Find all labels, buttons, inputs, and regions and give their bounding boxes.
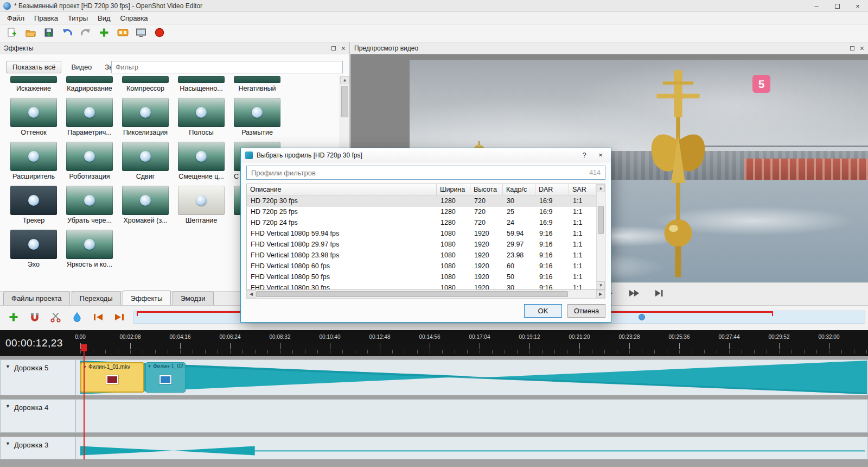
open-project-button[interactable] bbox=[23, 26, 38, 40]
effect-item[interactable]: Компрессор bbox=[122, 76, 169, 92]
track-header[interactable]: ▼Дорожка 5 bbox=[0, 359, 76, 395]
column-header[interactable]: Кадр/с bbox=[503, 184, 535, 195]
effect-item[interactable]: Полосы bbox=[178, 98, 225, 136]
playhead-handle[interactable] bbox=[81, 344, 87, 351]
clip[interactable]: ▼Филин-1_01.mkv bbox=[80, 362, 144, 393]
profile-row[interactable]: FHD Vertical 1080p 29.97 fps1080192029.9… bbox=[247, 239, 605, 250]
effect-item[interactable]: Расширитель bbox=[10, 142, 57, 180]
track-header[interactable]: ▼Дорожка 3 bbox=[0, 437, 76, 459]
profile-row[interactable]: FHD Vertical 1080p 50 fps10801920509:161… bbox=[247, 272, 605, 283]
column-header[interactable]: Описание bbox=[247, 184, 437, 195]
new-project-button[interactable] bbox=[4, 26, 20, 40]
jump-end-button[interactable] bbox=[651, 288, 667, 301]
snapping-button[interactable] bbox=[27, 311, 43, 326]
clip[interactable]: ▼Филин-1_02.mkv bbox=[145, 362, 186, 393]
profile-row[interactable]: FHD Vertical 1080p 59.94 fps1080192059.9… bbox=[247, 229, 605, 239]
scroll-right-icon[interactable]: ▶ bbox=[596, 290, 605, 298]
column-header[interactable]: Ширина bbox=[437, 184, 470, 195]
menu-item-0[interactable]: Файл bbox=[2, 12, 29, 24]
profile-row[interactable]: FHD Vertical 1080p 23.98 fps1080192023.9… bbox=[247, 250, 605, 261]
track-lane[interactable]: ▼Филин-1_01.mkv▼Филин-1_02.mkv bbox=[76, 359, 868, 395]
column-header[interactable]: Высота bbox=[470, 184, 503, 195]
scroll-up-icon[interactable]: ▲ bbox=[597, 184, 605, 192]
effect-item[interactable]: Параметрич... bbox=[66, 98, 113, 136]
razor-button[interactable] bbox=[48, 311, 64, 326]
undo-button[interactable] bbox=[60, 26, 75, 40]
effect-item[interactable]: Эхо bbox=[10, 230, 57, 268]
close-button[interactable]: × bbox=[847, 0, 868, 12]
menu-item-4[interactable]: Справка bbox=[116, 12, 153, 24]
dialog-help-button[interactable]: ? bbox=[576, 149, 592, 161]
collapse-arrow-icon[interactable]: ▼ bbox=[5, 441, 10, 446]
scroll-left-icon[interactable]: ◀ bbox=[247, 290, 256, 298]
panel-tab-Эмодзи[interactable]: Эмодзи bbox=[173, 292, 214, 305]
cancel-button[interactable]: Отмена bbox=[567, 304, 605, 318]
close-panel-icon[interactable]: × bbox=[341, 45, 346, 52]
dialog-titlebar[interactable]: Выбрать профиль [HD 720p 30 fps] ? × bbox=[241, 148, 611, 162]
dialog-close-button[interactable]: × bbox=[592, 149, 609, 161]
effect-item[interactable]: Смещение ц... bbox=[178, 142, 225, 180]
panel-tab-Эффекты[interactable]: Эффекты bbox=[123, 291, 171, 305]
effect-item[interactable]: Трекер bbox=[10, 186, 57, 224]
scroll-down-icon[interactable]: ▼ bbox=[597, 281, 605, 289]
import-files-button[interactable] bbox=[97, 26, 112, 40]
track-lane[interactable] bbox=[76, 399, 868, 433]
effect-item[interactable]: Размытие bbox=[234, 98, 280, 136]
fast-forward-button[interactable] bbox=[626, 288, 642, 301]
effect-item[interactable]: Сдвиг bbox=[122, 142, 169, 180]
profile-row[interactable]: FHD Vertical 1080p 30 fps10801920309:161… bbox=[247, 283, 605, 290]
zoom-handle[interactable] bbox=[639, 314, 645, 320]
scrollbar-thumb[interactable] bbox=[598, 206, 604, 234]
close-panel-icon[interactable]: × bbox=[860, 45, 864, 52]
ok-button[interactable]: OK bbox=[524, 304, 562, 318]
previous-marker-button[interactable] bbox=[90, 311, 106, 326]
column-header[interactable]: DAR bbox=[535, 184, 569, 195]
collapse-arrow-icon[interactable]: ▼ bbox=[5, 364, 10, 369]
table-horizontal-scrollbar[interactable]: ◀ ▶ bbox=[246, 290, 605, 299]
effects-tab-0[interactable]: Показать всё bbox=[7, 61, 61, 73]
timeline-ruler[interactable]: 00:00:12,23 0:0000:02:0800:04:1600:06:24… bbox=[0, 330, 868, 356]
fullscreen-button[interactable] bbox=[133, 26, 149, 40]
collapse-arrow-icon[interactable]: ▼ bbox=[5, 403, 10, 409]
save-project-button[interactable] bbox=[41, 26, 56, 40]
maximize-button[interactable] bbox=[827, 0, 847, 12]
effects-tab-1[interactable]: Видео bbox=[68, 61, 95, 73]
effect-item[interactable]: Хромакей (з... bbox=[122, 186, 169, 224]
menu-item-3[interactable]: Вид bbox=[93, 12, 116, 24]
effect-item[interactable]: Искажение bbox=[10, 76, 57, 92]
effect-item[interactable]: Кадрирование bbox=[66, 76, 113, 92]
panel-tab-Переходы[interactable]: Переходы bbox=[72, 292, 121, 305]
effect-item[interactable]: Оттенок bbox=[10, 98, 57, 136]
effects-filter-input[interactable] bbox=[111, 61, 343, 73]
column-header[interactable]: SAR bbox=[569, 184, 596, 195]
minimize-button[interactable]: – bbox=[806, 0, 827, 12]
effect-item[interactable]: Роботизация bbox=[66, 142, 113, 180]
clip-menu-icon[interactable]: ▼ bbox=[148, 364, 151, 368]
export-video-button[interactable] bbox=[152, 26, 167, 40]
add-track-button[interactable] bbox=[5, 311, 22, 326]
profile-row[interactable]: HD 720p 25 fps12807202516:91:1 bbox=[247, 207, 605, 218]
menu-item-2[interactable]: Титры bbox=[63, 12, 93, 24]
profile-row[interactable]: HD 720p 30 fps12807203016:91:1 bbox=[247, 196, 605, 207]
scrollbar-thumb[interactable] bbox=[341, 86, 348, 117]
effect-item[interactable]: Шептание bbox=[178, 186, 225, 224]
effect-item[interactable]: Насыщенно... bbox=[178, 76, 225, 92]
profile-row[interactable]: FHD Vertical 1080p 60 fps10801920609:161… bbox=[247, 261, 605, 272]
choose-profile-button[interactable] bbox=[115, 26, 130, 40]
table-vertical-scrollbar[interactable]: ▲ ▼ bbox=[596, 184, 605, 289]
scroll-up-icon[interactable]: ▲ bbox=[340, 76, 349, 84]
float-panel-icon[interactable] bbox=[331, 46, 336, 51]
float-panel-icon[interactable] bbox=[850, 46, 854, 51]
redo-button[interactable] bbox=[78, 26, 93, 40]
scrollbar-thumb[interactable] bbox=[256, 291, 568, 297]
profile-row[interactable]: HD 720p 24 fps12807202416:91:1 bbox=[247, 218, 605, 229]
panel-tab-Файлы проекта[interactable]: Файлы проекта bbox=[3, 292, 70, 305]
effect-item[interactable]: Убрать чере... bbox=[66, 186, 113, 224]
effect-item[interactable]: Негативный bbox=[234, 76, 280, 92]
menu-item-1[interactable]: Правка bbox=[29, 12, 63, 24]
track-lane[interactable] bbox=[76, 437, 868, 459]
profile-filter-input[interactable] bbox=[246, 166, 605, 180]
next-marker-button[interactable] bbox=[111, 311, 127, 326]
track-header[interactable]: ▼Дорожка 4 bbox=[0, 399, 76, 433]
add-marker-button[interactable] bbox=[69, 311, 85, 326]
